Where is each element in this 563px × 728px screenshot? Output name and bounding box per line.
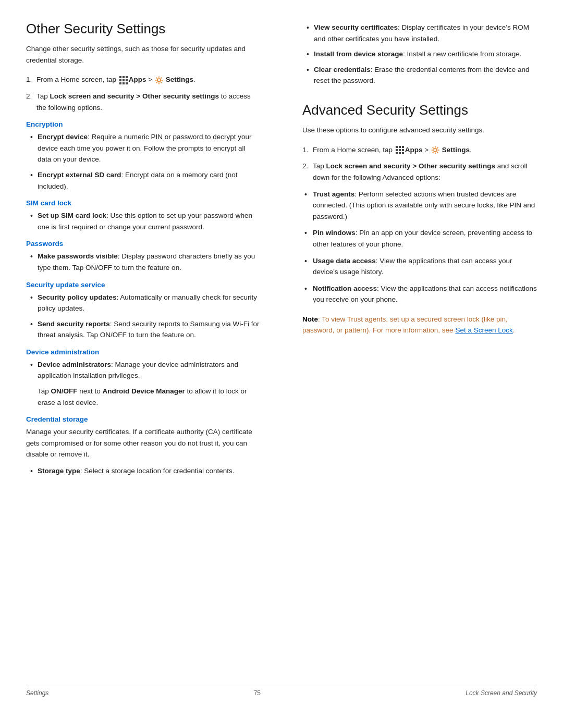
step-1-settings-bold: Settings [164, 76, 193, 83]
right-step-1-num: 1. [302, 144, 313, 156]
bullet-encrypt-sd: Encrypt external SD card: Encrypt data o… [30, 169, 261, 192]
apps-icon-right [396, 146, 404, 154]
security-update-title: Security update service [26, 281, 261, 289]
advanced-security-intro: Use these options to configure advanced … [302, 125, 537, 136]
sim-card-list: Set up SIM card lock: Use this option to… [26, 210, 261, 232]
page-footer: Settings 75 Lock Screen and Security [26, 685, 537, 697]
svg-point-1 [434, 149, 437, 152]
bullet-encrypt-device: Encrypt device: Require a numeric PIN or… [30, 131, 261, 165]
footer-center: 75 [254, 689, 261, 697]
note-paragraph: Note: To view Trust agents, set up a sec… [302, 314, 537, 336]
left-step-2: 2. Tap Lock screen and security > Other … [26, 91, 261, 113]
right-step-1-between: > [423, 146, 431, 154]
encryption-list: Encrypt device: Require a numeric PIN or… [26, 131, 261, 192]
step-1-between: > [146, 76, 154, 83]
content-columns: Other Security Settings Change other sec… [26, 21, 537, 669]
svg-point-0 [157, 79, 161, 82]
bullet-sim-lock: Set up SIM card lock: Use this option to… [30, 210, 261, 232]
note-end: . [513, 326, 515, 334]
bullet-passwords-visible: Make passwords visible: Display password… [30, 251, 261, 273]
bullet-notification-access: Notification access: View the applicatio… [302, 283, 537, 305]
bullet-usage-data: Usage data access: View the applications… [302, 255, 537, 278]
bullet-install-storage: Install from device storage: Install a n… [307, 48, 537, 60]
advanced-security-title: Advanced Security Settings [302, 102, 537, 118]
settings-icon-left-1 [155, 76, 163, 84]
bullet-view-certs: View security certificates: Display cert… [307, 22, 537, 44]
apps-label: Apps [129, 76, 146, 83]
footer-left: Settings [26, 689, 48, 697]
credential-storage-body: Manage your security certificates. If a … [26, 426, 261, 460]
device-admin-list: Device administrators: Manage your devic… [26, 359, 261, 381]
note-link[interactable]: Set a Screen Lock [455, 326, 512, 334]
footer-right: Lock Screen and Security [466, 689, 537, 697]
page: Other Security Settings Change other sec… [0, 0, 563, 728]
bullet-storage-type: Storage type: Select a storage location … [30, 465, 261, 477]
device-admin-title: Device administration [26, 348, 261, 356]
encryption-title: Encryption [26, 120, 261, 128]
bullet-clear-credentials: Clear credentials: Erase the credential … [307, 64, 537, 87]
bullet-security-reports: Send security reports: Send security rep… [30, 318, 261, 341]
bullet-pin-windows: Pin windows: Pin an app on your device s… [302, 227, 537, 250]
note-bold: Note [302, 315, 318, 323]
step-1-num: 1. [26, 74, 36, 85]
right-step-1-before: From a Home screen, tap [313, 146, 395, 154]
sim-card-title: SIM card lock [26, 199, 261, 207]
right-step-2-content: Tap Lock screen and security > Other sec… [313, 161, 537, 183]
right-apps-label: Apps [405, 146, 423, 154]
step-1-end: . [193, 76, 195, 83]
security-update-list: Security policy updates: Automatically o… [26, 292, 261, 341]
passwords-title: Passwords [26, 240, 261, 248]
apps-icon [119, 76, 128, 84]
bullet-device-admins: Device administrators: Manage your devic… [30, 359, 261, 381]
step-1-content: From a Home screen, tap Apps > Settings. [36, 74, 261, 85]
right-step-1-content: From a Home screen, tap Apps > Settings. [313, 144, 537, 156]
other-security-intro: Change other security settings, such as … [26, 43, 261, 66]
bullet-policy-updates: Security policy updates: Automatically o… [30, 292, 261, 314]
step-2-num: 2. [26, 91, 36, 113]
left-step-1: 1. From a Home screen, tap Apps > Settin… [26, 74, 261, 85]
advanced-bullets-list: Trust agents: Perform selected actions w… [302, 189, 537, 305]
right-step-1: 1. From a Home screen, tap Apps > Settin… [302, 144, 537, 156]
device-admin-indent: Tap ON/OFF next to Android Device Manage… [38, 386, 261, 408]
step-2-content: Tap Lock screen and security > Other sec… [36, 91, 261, 113]
right-step-1-end: . [470, 146, 472, 154]
passwords-list: Make passwords visible: Display password… [26, 251, 261, 273]
credential-storage-list: Storage type: Select a storage location … [26, 465, 261, 477]
settings-icon-right-1 [431, 146, 439, 154]
left-column: Other Security Settings Change other sec… [26, 21, 271, 669]
right-step-2-num: 2. [302, 161, 313, 183]
right-column: View security certificates: Display cert… [292, 21, 537, 669]
credential-storage-title: Credential storage [26, 415, 261, 423]
right-step-2: 2. Tap Lock screen and security > Other … [302, 161, 537, 183]
credential-continued-list: View security certificates: Display cert… [302, 22, 537, 87]
step-1-text-before: From a Home screen, tap [36, 76, 118, 83]
bullet-trust-agents: Trust agents: Perform selected actions w… [302, 189, 537, 223]
right-settings-label: Settings [442, 146, 470, 154]
other-security-title: Other Security Settings [26, 21, 261, 37]
